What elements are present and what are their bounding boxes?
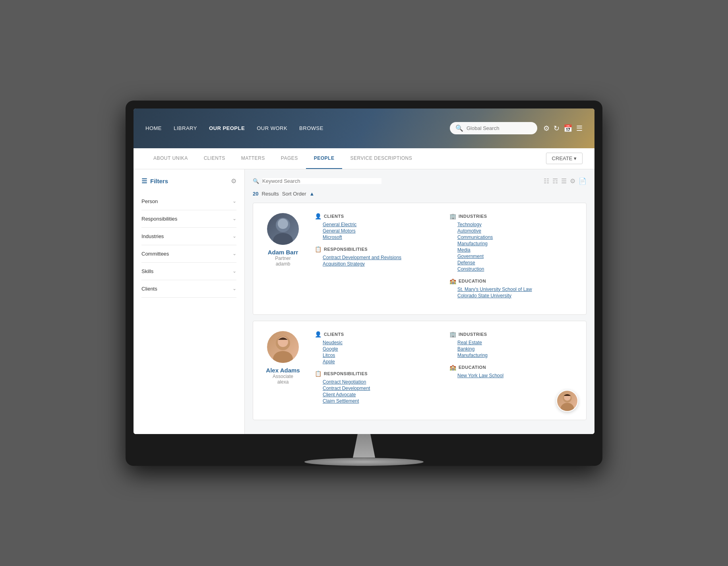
adam-ind-7[interactable]: Construction	[449, 266, 576, 272]
adam-client-2[interactable]: Microsoft	[315, 235, 441, 240]
menu-icon[interactable]: ☰	[576, 124, 583, 133]
nav-our-people[interactable]: OUR PEOPLE	[209, 125, 245, 131]
person-photo-adam: Adam Barr Partner adamb	[263, 213, 303, 267]
subnav-about[interactable]: ABOUT UNIKA	[145, 148, 196, 169]
responsibilities-icon-adam: 📋	[315, 246, 321, 252]
alex-responsibilities-header: 📋 RESPONSIBILITIES	[315, 370, 441, 377]
briefcase-icon[interactable]: 📅	[563, 124, 572, 133]
filter-responsibilities-label: Responsibilities	[141, 216, 177, 222]
notifications-icon[interactable]: ⚙	[543, 124, 550, 133]
alex-resp-2[interactable]: Client Advocate	[315, 392, 441, 397]
adam-ind-4[interactable]: Media	[449, 247, 576, 253]
subnav-people[interactable]: PEOPLE	[306, 148, 343, 169]
main-content: ☰ Filters ⚙ Person ⌄ Responsibilities ⌄	[134, 169, 594, 434]
filter-person-header[interactable]: Person ⌄	[141, 198, 236, 204]
floating-avatar-svg	[557, 391, 577, 411]
svg-point-1	[278, 219, 288, 229]
adam-edu-0[interactable]: St. Mary's University School of Law	[449, 287, 576, 292]
filter-clients-header[interactable]: Clients ⌄	[141, 286, 236, 292]
sort-order-label[interactable]: Sort Order	[282, 191, 306, 197]
view-grid-icon[interactable]: ☷	[544, 177, 549, 185]
adam-ind-6[interactable]: Defense	[449, 260, 576, 266]
sidebar: ☰ Filters ⚙ Person ⌄ Responsibilities ⌄	[134, 169, 245, 434]
filter-clients-label: Clients	[141, 286, 157, 292]
history-icon[interactable]: ↻	[554, 124, 560, 133]
subnav-matters[interactable]: MATTERS	[233, 148, 273, 169]
adam-edu-1[interactable]: Colorado State University	[449, 293, 576, 299]
adam-clients-header: 👤 CLIENTS	[315, 213, 441, 219]
export-icon[interactable]: 📄	[579, 177, 587, 185]
alex-resp-3[interactable]: Claim Settlement	[315, 398, 441, 404]
adam-ind-2[interactable]: Communications	[449, 235, 576, 240]
settings-icon[interactable]: ⚙	[570, 177, 575, 185]
subnav-service-descriptions[interactable]: SERVICE DESCRIPTIONS	[342, 148, 420, 169]
keyword-search-input[interactable]	[262, 178, 381, 184]
filter-responsibilities-header[interactable]: Responsibilities ⌄	[141, 216, 236, 222]
adam-name[interactable]: Adam Barr	[268, 249, 298, 256]
alex-client-2[interactable]: Litcos	[315, 353, 441, 358]
filter-clients-chevron: ⌄	[232, 286, 236, 291]
filter-industries-header[interactable]: Industries ⌄	[141, 233, 236, 239]
filter-committees-header[interactable]: Committees ⌄	[141, 251, 236, 257]
industries-icon-adam: 🏢	[449, 213, 456, 219]
filter-committees: Committees ⌄	[141, 245, 236, 263]
view-tiles-icon[interactable]: ☶	[552, 177, 558, 185]
person-card-adam-barr: Adam Barr Partner adamb 👤 CLIENTS Gener	[253, 203, 587, 315]
alex-client-0[interactable]: Neudesic	[315, 340, 441, 345]
adam-resp-1[interactable]: Acquisition Strategy	[315, 261, 441, 267]
alex-name[interactable]: Alex Adams	[266, 367, 300, 374]
nav-library[interactable]: LIBRARY	[174, 125, 197, 131]
adam-responsibilities-label: RESPONSIBILITIES	[324, 247, 368, 252]
alex-ind-0[interactable]: Real Estate	[449, 340, 576, 345]
alex-industries-header: 🏢 INDUSTRIES	[449, 331, 576, 337]
results-toolbar: 🔍 ☷ ☶ ☰ ⚙ 📄	[253, 177, 587, 185]
alex-education-section: 🏫 EDUCATION New York Law School	[449, 364, 576, 378]
svg-point-8	[561, 403, 574, 411]
alex-client-3[interactable]: Apple	[315, 359, 441, 364]
alex-ind-1[interactable]: Banking	[449, 346, 576, 352]
monitor-stand	[134, 434, 594, 466]
nav-browse[interactable]: BROWSE	[299, 125, 323, 131]
adam-client-1[interactable]: General Motors	[315, 228, 441, 234]
alex-edu-0[interactable]: New York Law School	[449, 373, 576, 378]
nav-home[interactable]: HOME	[145, 125, 162, 131]
adam-title: Partner	[275, 256, 290, 261]
adam-resp-0[interactable]: Contract Development and Revisions	[315, 255, 441, 260]
view-icons: ☷ ☶ ☰ ⚙ 📄	[544, 177, 587, 185]
filter-skills: Skills ⌄	[141, 263, 236, 280]
alex-resp-1[interactable]: Contract Development	[315, 386, 441, 391]
header-right: 🔍 ⚙ ↻ 📅 ☰	[450, 122, 583, 134]
results-count: 20	[253, 191, 258, 197]
subnav-clients[interactable]: CLIENTS	[196, 148, 233, 169]
alex-resp-0[interactable]: Contract Negotiation	[315, 379, 441, 385]
adam-education-section: 🏫 EDUCATION St. Mary's University School…	[449, 278, 576, 299]
alex-client-1[interactable]: Google	[315, 346, 441, 352]
filters-gear-icon[interactable]: ⚙	[231, 177, 236, 185]
floating-user-avatar[interactable]	[556, 390, 578, 412]
global-search-bar[interactable]: 🔍	[450, 122, 537, 134]
alex-ind-2[interactable]: Manufacturing	[449, 353, 576, 358]
avatar-adam	[267, 213, 299, 245]
adam-ind-3[interactable]: Manufacturing	[449, 241, 576, 246]
adam-responsibilities-header: 📋 RESPONSIBILITIES	[315, 246, 441, 252]
adam-ind-5[interactable]: Government	[449, 254, 576, 259]
alex-education-header: 🏫 EDUCATION	[449, 364, 576, 370]
filter-person-chevron: ⌄	[232, 198, 236, 204]
subnav-pages[interactable]: PAGES	[273, 148, 306, 169]
adam-ind-0[interactable]: Technology	[449, 222, 576, 227]
keyword-search[interactable]: 🔍	[253, 178, 381, 184]
adam-ind-1[interactable]: Automotive	[449, 228, 576, 234]
filter-skills-header[interactable]: Skills ⌄	[141, 268, 236, 274]
view-list-icon[interactable]: ☰	[561, 177, 567, 185]
adam-client-0[interactable]: General Electric	[315, 222, 441, 227]
header-icons: ⚙ ↻ 📅 ☰	[543, 124, 583, 133]
global-search-input[interactable]	[467, 125, 532, 131]
industries-icon-alex: 🏢	[449, 331, 456, 337]
nav-our-work[interactable]: OUR WORK	[257, 125, 287, 131]
adam-username: adamb	[276, 261, 290, 267]
alex-responsibilities-section: 📋 RESPONSIBILITIES Contract Negotiation …	[315, 370, 441, 404]
adam-industries-header: 🏢 INDUSTRIES	[449, 213, 576, 219]
create-button[interactable]: CREATE ▾	[546, 153, 583, 164]
filter-industries: Industries ⌄	[141, 228, 236, 245]
education-icon-alex: 🏫	[449, 364, 456, 370]
